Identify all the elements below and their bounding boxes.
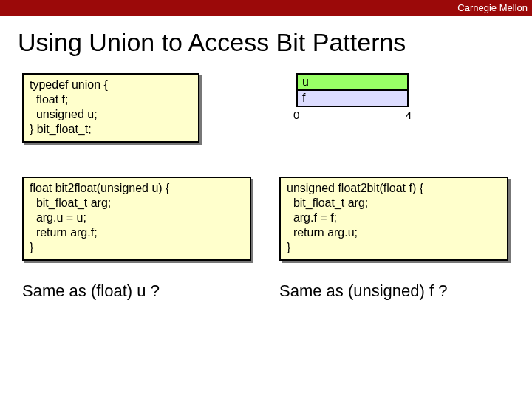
union-diagram: u f 0 4	[283, 73, 510, 143]
tick-4: 4	[406, 109, 412, 121]
diagram-cell-u: u	[297, 74, 408, 90]
functions-row: float bit2float(unsigned u) { bit_float_…	[0, 177, 532, 261]
diagram-table: u f	[296, 73, 409, 107]
diagram-cell-f: f	[297, 90, 408, 106]
question-left: Same as (float) u ?	[22, 282, 251, 301]
questions-row: Same as (float) u ? Same as (unsigned) f…	[0, 282, 532, 301]
float2bit-code: unsigned float2bit(float f) { bit_float_…	[279, 177, 508, 261]
question-right: Same as (unsigned) f ?	[279, 282, 508, 301]
top-row: typedef union { float f; unsigned u; } b…	[0, 73, 532, 143]
brand-bar: Carnegie Mellon	[0, 0, 532, 16]
page-title: Using Union to Access Bit Patterns	[0, 16, 532, 73]
typedef-code: typedef union { float f; unsigned u; } b…	[22, 73, 200, 143]
diagram-ticks: 0 4	[296, 109, 407, 122]
brand-text: Carnegie Mellon	[457, 2, 528, 13]
tick-0: 0	[293, 109, 299, 121]
typedef-column: typedef union { float f; unsigned u; } b…	[22, 73, 255, 143]
bit2float-code: float bit2float(unsigned u) { bit_float_…	[22, 177, 251, 261]
